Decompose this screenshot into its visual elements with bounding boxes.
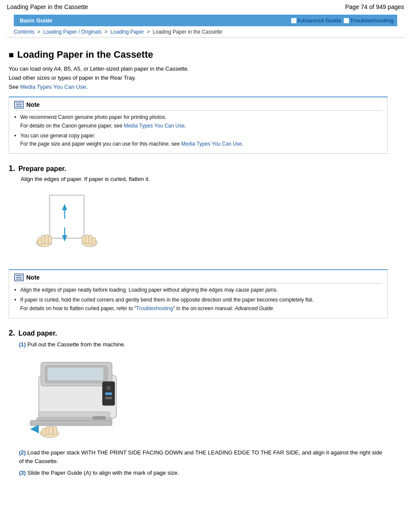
note-box-1: Note We recommend Canon genuine photo pa… [9, 96, 388, 154]
note1-item2-link[interactable]: Media Types You Can Use [181, 141, 242, 147]
svg-rect-32 [53, 426, 57, 435]
note-icon2-line3 [16, 279, 22, 280]
note1-item1-link[interactable]: Media Types You Can Use [124, 123, 184, 129]
nav-bar-links: Advanced Guide Troubleshooting [291, 17, 394, 24]
advanced-guide-checkbox[interactable] [291, 18, 296, 23]
svg-rect-23 [105, 397, 112, 399]
note1-item2: You can use general copy paper. For the … [14, 132, 382, 148]
printer-svg [26, 354, 129, 444]
svg-rect-31 [49, 426, 53, 435]
note-header-2: Note [14, 274, 382, 283]
step2-substep2-num: (2) [19, 449, 26, 456]
step2-substep2: (2) Load the paper stack WITH THE PRINT … [19, 448, 388, 467]
note2-advanced-guide: Advanced Guide [235, 305, 273, 311]
note1-item2-text: You can use general copy paper. [20, 133, 95, 139]
svg-rect-1 [51, 196, 83, 237]
basic-guide-label: Basic Guide [17, 16, 55, 25]
title-bullet: ■ [9, 50, 14, 60]
main-title-container: ■ Loading Paper in the Cassette [9, 49, 388, 60]
intro-line1: You can load only A4, B5, A5, or Letter-… [9, 65, 189, 72]
note-title-2: Note [26, 274, 40, 281]
intro-line3-suffix: . [86, 84, 88, 90]
svg-rect-11 [82, 236, 85, 244]
note2-item2: If paper is curled, hold the curled corn… [14, 296, 382, 312]
step2-substep3-text: Slide the Paper Guide (A) to align with … [28, 470, 179, 476]
breadcrumb-loading-paper[interactable]: Loading Paper [110, 29, 144, 35]
note1-item1-detail-suffix: . [184, 123, 186, 129]
page-pagination: Page 74 of 949 pages [345, 3, 404, 10]
note2-detail-middle: " in the on-screen manual: [173, 305, 235, 311]
step2-substep1: (1) Pull out the Cassette from the machi… [19, 340, 388, 349]
step1-illustration [26, 187, 388, 264]
step2-substep1-text: Pull out the Cassette from the machine. [28, 341, 126, 348]
note2-item1-text: Align the edges of paper neatly before l… [20, 287, 278, 293]
step-2: 2. Load paper. (1) Pull out the Cassette… [9, 329, 388, 478]
note2-item2-prefix: If paper is curled, hold the curled corn… [20, 297, 314, 303]
svg-point-21 [106, 386, 111, 390]
troubleshooting-link[interactable]: Troubleshooting [350, 17, 394, 24]
note-body-2: Align the edges of paper neatly before l… [14, 286, 382, 313]
step1-desc: Align the edges of paper. If paper is cu… [21, 176, 388, 182]
svg-marker-27 [30, 425, 39, 433]
note2-troubleshooting-link[interactable]: Troubleshooting [136, 305, 173, 311]
note1-item2-detail-suffix: . [242, 141, 243, 147]
step2-substep2-text: Load the paper stack WITH THE PRINT SIDE… [19, 449, 382, 465]
page-header-title: Loading Paper in the Cassette [7, 3, 88, 10]
breadcrumb-loading-paper-originals[interactable]: Loading Paper / Originals [43, 29, 101, 35]
note-box-2: Note Align the edges of paper neatly bef… [9, 269, 388, 318]
svg-rect-19 [47, 367, 103, 380]
svg-rect-6 [48, 236, 52, 244]
nav-bar: Basic Guide Advanced Guide Troubleshooti… [14, 15, 397, 26]
svg-rect-26 [30, 420, 112, 426]
note-icon2-line2 [16, 277, 22, 278]
note-body-1: We recommend Canon genuine photo paper f… [14, 113, 382, 148]
step2-substep1-num: (1) [19, 341, 26, 348]
step2-printer-illustration [26, 354, 388, 444]
note-icon-1 [14, 101, 24, 109]
step2-number: 2. [9, 329, 15, 337]
breadcrumb-contents[interactable]: Contents [14, 29, 34, 35]
note-icon-line3 [16, 106, 22, 107]
intro-text: You can load only A4, B5, A5, or Letter-… [9, 65, 388, 91]
main-content: ■ Loading Paper in the Cassette You can … [0, 38, 396, 492]
note-icon-2 [14, 274, 24, 281]
note2-item1: Align the edges of paper neatly before l… [14, 286, 382, 294]
breadcrumb-current: Loading Paper in the Cassette [153, 29, 222, 35]
svg-rect-22 [105, 392, 112, 395]
note-icon-line1 [16, 103, 22, 103]
intro-line2: Load other sizes or types of paper in th… [9, 75, 136, 81]
main-title-text: Loading Paper in the Cassette [17, 49, 153, 60]
svg-rect-33 [93, 416, 106, 420]
troubleshooting-checkbox[interactable] [344, 18, 349, 23]
intro-media-types-link[interactable]: Media Types You Can Use [20, 84, 86, 90]
note2-detail-suffix: . [273, 305, 274, 311]
step2-substep3-num: (3) [19, 470, 26, 476]
step-1: 1. Prepare paper. Align the edges of pap… [9, 164, 388, 264]
note1-item1-detail-prefix: For details on the Canon genuine paper, … [20, 123, 124, 129]
step2-title: Load paper. [19, 330, 57, 337]
note1-item2-detail-prefix: For the page size and paper weight you c… [20, 141, 181, 147]
step1-number: 1. [9, 164, 15, 173]
step1-title: Prepare paper. [19, 165, 66, 172]
note-icon2-line1 [16, 275, 22, 276]
note1-item1-text: We recommend Canon genuine photo paper f… [20, 114, 166, 120]
page-header: Loading Paper in the Cassette Page 74 of… [0, 0, 411, 12]
note1-item1: We recommend Canon genuine photo paper f… [14, 113, 382, 130]
advanced-guide-link[interactable]: Advanced Guide [297, 17, 342, 24]
intro-line3-prefix: See [9, 84, 20, 90]
note-title-1: Note [26, 101, 40, 108]
step2-substep3: (3) Slide the Paper Guide (A) to align w… [19, 469, 388, 478]
note2-item2-detail-prefix: For details on how to flatten curled pap… [20, 305, 136, 311]
note-header-1: Note [14, 101, 382, 111]
note-icon-line2 [16, 104, 22, 105]
paper-align-svg [26, 187, 103, 264]
breadcrumb: Contents > Loading Paper / Originals > L… [7, 26, 404, 38]
